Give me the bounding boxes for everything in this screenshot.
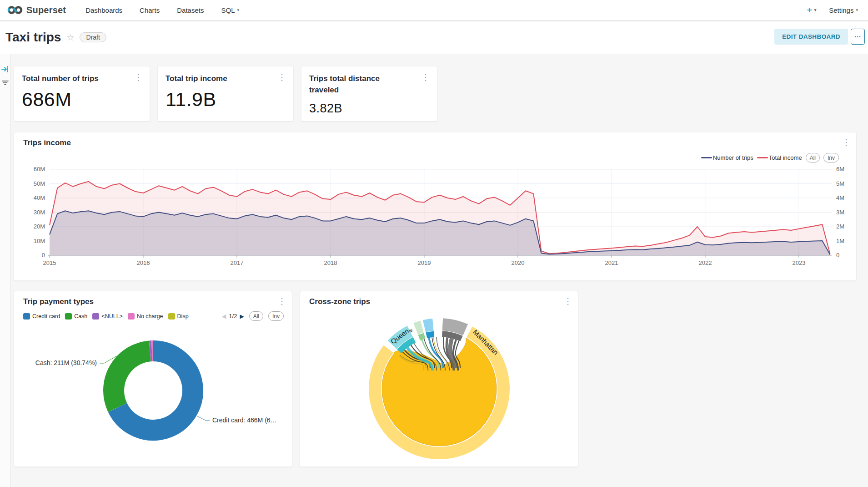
kpi-card-total-distance: Trips total distance traveled ⋮ 3.82B bbox=[301, 66, 437, 122]
kpi-title: Total number of trips bbox=[22, 73, 99, 85]
cross-zone-card: Cross-zone trips ⋮ QueenleManhattan bbox=[300, 291, 578, 467]
filter-bar-collapsed bbox=[0, 54, 10, 487]
y-axis-left-label: 0 bbox=[42, 252, 45, 259]
page-title: Taxi trips bbox=[5, 30, 61, 45]
status-badge: Draft bbox=[80, 32, 106, 42]
new-item-menu[interactable]: +▾ bbox=[807, 5, 817, 15]
chevron-down-icon: ▾ bbox=[814, 8, 817, 12]
y-axis-right-label: 5M bbox=[836, 180, 844, 187]
favorite-star-icon[interactable]: ☆ bbox=[66, 32, 74, 43]
payment-types-card: Trip payment types ⋮ Credit card Cash <N… bbox=[14, 291, 292, 467]
nav-dashboards[interactable]: Dashboards bbox=[77, 6, 131, 14]
chart-menu-icon[interactable]: ⋮ bbox=[278, 73, 286, 81]
x-axis-label: 2015 bbox=[43, 259, 56, 266]
expand-filter-bar-icon[interactable] bbox=[1, 66, 10, 73]
kpi-value: 11.9B bbox=[166, 88, 216, 111]
kpi-value: 3.82B bbox=[309, 101, 342, 116]
zone-arc-zone-gray[interactable] bbox=[442, 325, 465, 330]
y-axis-left-label: 30M bbox=[34, 209, 45, 216]
x-axis-label: 2021 bbox=[605, 259, 618, 266]
chart-menu-icon[interactable]: ⋮ bbox=[421, 73, 430, 81]
dashboard-header: Taxi trips ☆ Draft EDIT DASHBOARD ··· bbox=[0, 22, 868, 54]
kpi-card-trip-income: Total trip income ⋮ 11.9B bbox=[157, 66, 294, 122]
x-axis-label: 2018 bbox=[324, 259, 337, 266]
donut-label-credit-card: Credit card: 466M (6… bbox=[212, 416, 277, 424]
payment-types-donut: Cash: 211M (30.74%)Credit card: 466M (6… bbox=[14, 291, 293, 467]
edit-dashboard-button[interactable]: EDIT DASHBOARD bbox=[774, 29, 848, 45]
zone-arc-zone-blue[interactable] bbox=[424, 325, 433, 326]
donut-label-cash: Cash: 211M (30.74%) bbox=[35, 359, 97, 366]
nav-charts[interactable]: Charts bbox=[131, 6, 168, 14]
chart-menu-icon[interactable]: ⋮ bbox=[134, 73, 142, 81]
x-axis-label: 2023 bbox=[792, 259, 805, 266]
y-axis-left-label: 20M bbox=[34, 223, 45, 230]
kpi-card-total-trips: Total number of trips ⋮ 686M bbox=[14, 66, 150, 122]
nav-datasets[interactable]: Datasets bbox=[168, 6, 212, 14]
x-axis-label: 2020 bbox=[511, 259, 524, 266]
chevron-down-icon: ▾ bbox=[856, 8, 858, 12]
kpi-title: Total trip income bbox=[166, 73, 227, 85]
zone-inner-arc-zone-mint bbox=[419, 336, 425, 338]
settings-menu[interactable]: Settings▾ bbox=[829, 6, 858, 14]
y-axis-left-label: 50M bbox=[34, 180, 45, 187]
kpi-title: Trips total distance traveled bbox=[309, 73, 393, 96]
y-axis-left-label: 60M bbox=[34, 166, 45, 172]
y-axis-right-label: 1M bbox=[836, 238, 844, 244]
kpi-value: 686M bbox=[22, 88, 72, 111]
trips-income-plot: 60M6M50M5M40M4M30M3M20M2M10M1M0020152016… bbox=[14, 132, 857, 281]
x-axis-label: 2017 bbox=[231, 259, 244, 266]
callout-line-credit-card bbox=[197, 416, 210, 421]
y-axis-right-label: 4M bbox=[836, 194, 844, 201]
superset-infinity-icon bbox=[7, 5, 23, 15]
brand-name: Superset bbox=[26, 5, 66, 15]
filter-icon[interactable] bbox=[1, 79, 10, 86]
x-axis-label: 2022 bbox=[698, 259, 712, 266]
superset-logo[interactable]: Superset bbox=[7, 5, 66, 15]
y-axis-right-label: 2M bbox=[836, 223, 844, 230]
top-navbar: Superset Dashboards Charts Datasets SQL▾… bbox=[0, 0, 868, 21]
x-axis-label: 2016 bbox=[137, 259, 150, 266]
nav-sql[interactable]: SQL▾ bbox=[212, 6, 248, 14]
y-axis-left-label: 40M bbox=[34, 194, 45, 201]
chord-self-trips-fill bbox=[382, 338, 497, 446]
y-axis-left-label: 10M bbox=[34, 238, 45, 244]
y-axis-right-label: 0 bbox=[836, 252, 839, 259]
dashboard-more-button[interactable]: ··· bbox=[851, 29, 865, 45]
zone-arc-zone-mint[interactable] bbox=[416, 327, 422, 329]
zone-inner-arc-zone-blue bbox=[426, 334, 434, 335]
x-axis-label: 2019 bbox=[417, 259, 431, 266]
chevron-down-icon: ▾ bbox=[237, 8, 239, 12]
donut-slice-cash[interactable] bbox=[114, 351, 150, 407]
superset-dashboard: { "navbar": { "brand": "Superset", "item… bbox=[0, 0, 868, 487]
trips-income-card: Trips income ⋮ Number of trips Total inc… bbox=[14, 132, 857, 281]
y-axis-right-label: 3M bbox=[836, 209, 844, 216]
y-axis-right-label: 6M bbox=[836, 166, 844, 172]
cross-zone-chord: QueenleManhattan bbox=[300, 291, 579, 467]
zone-inner-arc-zone-gray bbox=[442, 334, 462, 339]
